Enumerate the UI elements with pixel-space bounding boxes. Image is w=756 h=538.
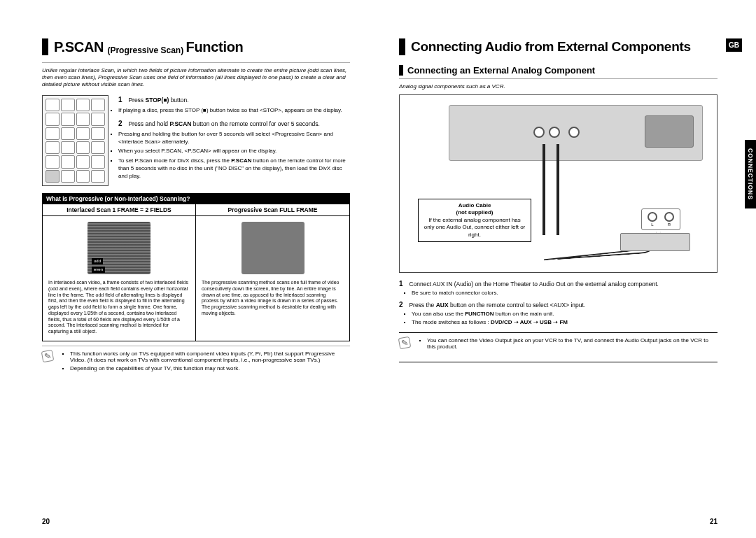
port-r: R [668, 222, 671, 227]
audio-cable-body: If the external analog component has onl… [423, 217, 526, 239]
sub-heading-bar-icon [399, 65, 403, 76]
remote-control-icon [42, 95, 108, 186]
td-interlaced-body: In interlaced-scan video, a frame consis… [48, 280, 190, 335]
right-page: GB CONNECTIONS Connecting Audio from Ext… [378, 0, 756, 538]
connection-diagram: Audio Cable (not supplied) If the extern… [399, 94, 718, 273]
step1-post: button. [169, 97, 188, 104]
heading-bar-icon-r [399, 38, 405, 55]
sub-heading-text: Connecting an External Analog Component [407, 65, 595, 76]
left-note-b2: Depending on the capabilities of your TV… [70, 365, 350, 371]
note-icon-r: ✎ [398, 337, 412, 350]
td-progressive-body: The progressive scanning method scans on… [202, 280, 344, 317]
rstep2-b1: You can also use the FUNCTION button on … [412, 311, 718, 317]
intro-text: Unlike regular Interlace Scan, in which … [42, 67, 350, 88]
right-step-2: 2 Press the AUX button on the remote con… [399, 301, 718, 309]
cable-right-icon [556, 144, 559, 235]
port-l: L [651, 222, 653, 227]
step2-pre: Press and hold [128, 120, 169, 127]
cable-left-icon [542, 144, 545, 235]
progressive-screen-icon [241, 222, 304, 274]
rstep1-b1: Be sure to match connector colors. [412, 290, 718, 296]
aux-in-r-icon [549, 127, 560, 138]
black-strip-heading: What is Progressive (or Non-Interlaced) … [42, 193, 350, 204]
scart-connector-icon [645, 115, 694, 148]
step-number-2: 2 [118, 119, 127, 129]
step-number-1: 1 [118, 95, 127, 105]
audio-cable-label: Audio Cable (not supplied) If the extern… [418, 199, 531, 242]
right-note-b1: You can connect the Video Output jack on… [427, 337, 718, 350]
step2-bold: P.SCAN [169, 120, 191, 127]
page-number-left: 20 [42, 518, 50, 525]
amplifier-rear-panel-icon [449, 105, 703, 161]
th-interlaced: Interlaced Scan 1 FRAME = 2 FIELDS [43, 204, 195, 216]
audio-cable-bold2: (not supplied) [423, 209, 526, 216]
heading-main: P.SCAN [54, 39, 107, 55]
heading-right-text: Connecting Audio from External Component… [411, 39, 691, 55]
heading-paren: (Progressive Scan) [107, 45, 186, 55]
heading-tail: Function [186, 39, 244, 55]
right-note: ✎ You can connect the Video Output jack … [399, 337, 718, 355]
left-note-b1: This function works only on TVs equipped… [70, 351, 350, 363]
step1-bold: STOP(■) [145, 97, 169, 104]
sub-heading-row: Connecting an External Analog Component [399, 65, 718, 76]
th-progressive: Progressive Scan FULL FRAME [196, 204, 349, 216]
scan-comparison-table: Interlaced Scan 1 FRAME = 2 FIELDS odd e… [42, 204, 350, 341]
page-number-right: 21 [710, 518, 718, 525]
note-icon: ✎ [41, 349, 55, 362]
heading-left: P.SCAN (Progressive Scan) Function [42, 38, 350, 55]
remote-and-steps: 1 Press STOP(■) button. If playing a dis… [42, 95, 350, 186]
heading-bar-icon [42, 38, 48, 55]
aux-in-extra-icon [568, 127, 580, 138]
left-note: ✎ This function works only on TVs equipp… [42, 351, 350, 376]
step1-pre: Press [128, 97, 145, 104]
vcr-unit-icon [620, 233, 690, 251]
vcr-audio-out-box: L R AUDIO OUT [641, 208, 680, 230]
vcr-audio-l-icon [648, 212, 657, 222]
vcr-audio-r-icon [664, 212, 674, 222]
gb-badge: GB [726, 38, 742, 52]
left-page: P.SCAN (Progressive Scan) Function Unlik… [0, 0, 378, 538]
sub-intro: Analog signal components such as a VCR. [399, 83, 718, 90]
interlaced-screen-icon: odd even [88, 222, 150, 274]
aux-in-l-icon [533, 127, 545, 138]
heading-right: Connecting Audio from External Component… [399, 38, 718, 55]
rstep2-b2: The mode switches as follows : DVD/CD ➝ … [412, 319, 718, 325]
audio-cable-bold1: Audio Cable [423, 202, 526, 209]
right-step-1: 1 Connect AUX IN (Audio) on the Home The… [399, 280, 718, 288]
section-tab: CONNECTIONS [745, 140, 756, 208]
step2-post: button on the remote control for over 5 … [191, 120, 319, 127]
